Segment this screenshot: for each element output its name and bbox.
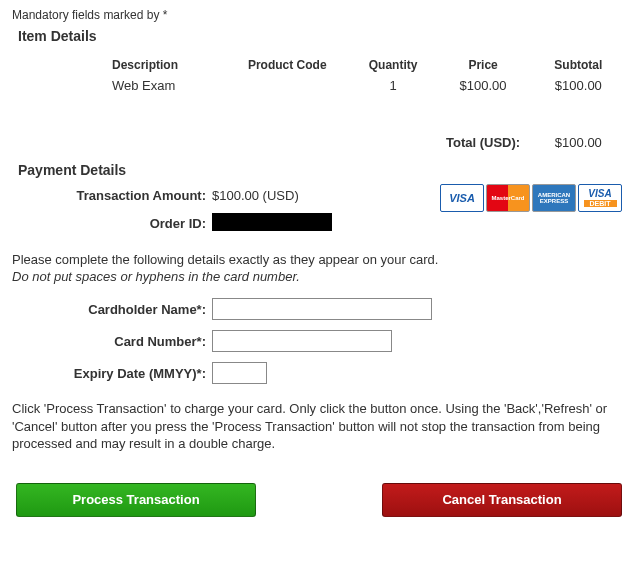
cell-quantity: 1 — [351, 76, 436, 95]
table-row: Web Exam 1 $100.00 $100.00 — [12, 76, 626, 95]
cell-product-code — [224, 76, 351, 95]
transaction-amount-label: Transaction Amount: — [12, 188, 212, 203]
cardholder-name-input[interactable] — [212, 298, 432, 320]
transaction-amount-value: $100.00 (USD) — [212, 188, 299, 203]
expiry-date-input[interactable] — [212, 362, 267, 384]
instructions-line-2: Do not put spaces or hyphens in the card… — [12, 269, 626, 284]
mastercard-icon: MasterCard — [486, 184, 530, 212]
cell-subtotal: $100.00 — [531, 76, 626, 95]
visa-debit-icon: VISA DEBIT — [578, 184, 622, 212]
items-table: Description Product Code Quantity Price … — [12, 54, 626, 152]
order-id-label: Order ID: — [12, 216, 212, 231]
col-price: Price — [435, 54, 530, 76]
col-subtotal: Subtotal — [531, 54, 626, 76]
disclaimer: Click 'Process Transaction' to charge yo… — [12, 400, 626, 453]
order-id-value-redacted — [212, 213, 332, 231]
visa-icon: VISA — [440, 184, 484, 212]
mandatory-note: Mandatory fields marked by * — [12, 8, 626, 22]
process-transaction-button[interactable]: Process Transaction — [16, 483, 256, 517]
item-details-heading: Item Details — [18, 28, 626, 44]
cell-price: $100.00 — [435, 76, 530, 95]
cell-description: Web Exam — [12, 76, 224, 95]
card-number-label: Card Number*: — [12, 334, 212, 349]
col-product-code: Product Code — [224, 54, 351, 76]
cardholder-name-label: Cardholder Name*: — [12, 302, 212, 317]
card-logos: VISA MasterCard AMERICAN EXPRESS VISA DE… — [440, 184, 622, 212]
table-header-row: Description Product Code Quantity Price … — [12, 54, 626, 76]
payment-details-heading: Payment Details — [18, 162, 626, 178]
total-value: $100.00 — [531, 95, 626, 152]
col-quantity: Quantity — [351, 54, 436, 76]
expiry-date-label: Expiry Date (MMYY)*: — [12, 366, 212, 381]
amex-icon: AMERICAN EXPRESS — [532, 184, 576, 212]
cancel-transaction-button[interactable]: Cancel Transaction — [382, 483, 622, 517]
card-number-input[interactable] — [212, 330, 392, 352]
total-label: Total (USD): — [435, 95, 530, 152]
col-description: Description — [12, 54, 224, 76]
instructions-line-1: Please complete the following details ex… — [12, 252, 626, 267]
total-row: Total (USD): $100.00 — [12, 95, 626, 152]
